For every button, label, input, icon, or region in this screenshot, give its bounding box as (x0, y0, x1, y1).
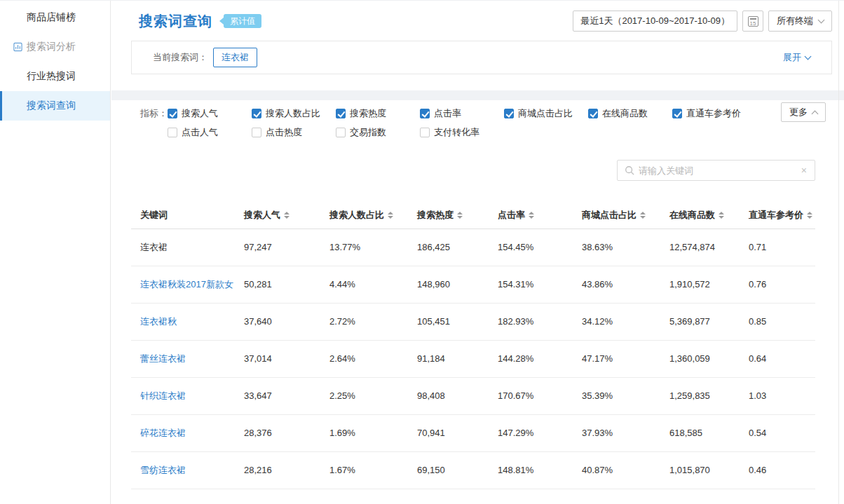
value-cell: 1.03 (740, 377, 815, 414)
table-row: 连衣裙 97,247 13.77% 186,425 154.45% 38.63%… (131, 229, 815, 266)
metric-checkbox[interactable]: 点击热度 (252, 126, 336, 139)
search-input[interactable] (634, 165, 794, 176)
metrics-bar: 指标： 搜索人气 搜索人数占比 搜索热度 点击率 商城点击占比 在线商品数 直通… (111, 100, 844, 139)
date-range-label: 最近1天（2017-10-09~2017-10-09） (580, 15, 730, 27)
calendar-day: 15 (749, 21, 758, 27)
sidebar: 商品店铺榜 搜索词分析 行业热搜词 搜索词查询 (0, 1, 111, 504)
metric-checkbox[interactable]: 在线商品数 (588, 107, 672, 120)
keyword-cell[interactable]: 连衣裙秋 (131, 303, 235, 340)
header-row: 搜索词查询 累计值 最近1天（2017-10-09~2017-10-09） 15… (111, 1, 844, 32)
column-header[interactable]: 在线商品数 (660, 202, 740, 229)
terminal-select-value: 所有终端 (777, 15, 813, 27)
column-header[interactable]: 关键词 (131, 202, 235, 229)
chevron-down-icon (818, 16, 825, 23)
app-window: 商品店铺榜 搜索词分析 行业热搜词 搜索词查询 搜索词查询 累计值 最近1天（2… (0, 0, 844, 504)
value-cell: 618,585 (660, 414, 740, 451)
value-cell: 147.29% (489, 414, 573, 451)
calendar-button[interactable]: 15 (742, 11, 763, 32)
metric-checkbox[interactable]: 支付转化率 (420, 126, 504, 139)
value-cell: 13.77% (320, 229, 408, 266)
column-header-label: 关键词 (140, 210, 168, 220)
value-cell: 148.81% (489, 451, 573, 489)
sidebar-item-product-shop-rank[interactable]: 商品店铺榜 (0, 3, 110, 32)
table-row: 蕾丝连衣裙 37,014 2.64% 91,184 144.28% 47.17%… (131, 340, 815, 377)
table-row: 碎花连衣裙 28,376 1.69% 70,941 147.29% 37.93%… (131, 414, 815, 451)
value-cell: 97,247 (235, 229, 320, 266)
sidebar-item-label: 商品店铺榜 (27, 11, 76, 24)
column-header[interactable]: 搜索人数占比 (320, 202, 408, 229)
value-cell: 12,574,874 (660, 229, 740, 266)
column-header-label: 搜索热度 (417, 210, 454, 220)
column-header-label: 直通车参考价 (749, 210, 803, 220)
value-cell: 33,647 (235, 377, 320, 414)
value-cell: 154.45% (489, 229, 573, 266)
value-cell: 98,408 (408, 377, 489, 414)
value-cell: 1,360,059 (660, 340, 740, 377)
keyword-cell[interactable]: 针织连衣裙 (131, 377, 235, 414)
sort-icon[interactable] (388, 212, 393, 219)
metric-checkbox[interactable]: 直通车参考价 (672, 107, 756, 120)
clear-search-icon[interactable]: × (794, 165, 815, 175)
value-cell: 0.85 (740, 303, 815, 340)
checkbox-icon (420, 128, 430, 137)
metric-checkbox[interactable]: 商城点击占比 (504, 107, 588, 120)
sort-icon[interactable] (719, 212, 724, 219)
keyword-cell[interactable]: 碎花连衣裙 (131, 414, 235, 451)
metric-checkbox[interactable]: 搜索人数占比 (252, 107, 336, 120)
metric-checkbox-label: 点击热度 (266, 126, 302, 139)
column-header[interactable]: 商城点击占比 (573, 202, 660, 229)
metric-checkbox[interactable]: 搜索热度 (336, 107, 420, 120)
expand-toggle[interactable]: 展开 (783, 51, 810, 64)
checkbox-icon (672, 109, 682, 118)
sort-icon[interactable] (807, 212, 812, 219)
value-cell: 2.72% (320, 303, 408, 340)
analysis-chart-icon (13, 43, 22, 52)
column-header[interactable]: 搜索人气 (235, 202, 320, 229)
date-range-picker[interactable]: 最近1天（2017-10-09~2017-10-09） (573, 11, 737, 32)
sort-icon[interactable] (457, 212, 463, 219)
header-controls: 最近1天（2017-10-09~2017-10-09） 15 所有终端 (573, 11, 832, 32)
checkbox-icon (252, 128, 261, 137)
value-cell: 2.25% (320, 377, 408, 414)
sort-icon[interactable] (529, 212, 534, 219)
sidebar-item-industry-hot-words[interactable]: 行业热搜词 (0, 62, 110, 91)
keyword-table: 关键词 搜索人气 搜索人数占比 搜索热度 点击率 商城点击占比 在线商品数 直通… (131, 202, 815, 489)
column-header[interactable]: 直通车参考价 (740, 202, 815, 229)
value-cell: 105,451 (408, 303, 489, 340)
metric-checkbox[interactable]: 点击率 (420, 107, 504, 120)
main-content: 搜索词查询 累计值 最近1天（2017-10-09~2017-10-09） 15… (111, 1, 844, 504)
table-row: 连衣裙秋装2017新款女 50,281 4.44% 148,960 154.31… (131, 266, 815, 303)
metric-checkbox[interactable]: 点击人气 (168, 126, 252, 139)
column-header-label: 搜索人气 (244, 210, 280, 220)
value-cell: 70,941 (408, 414, 489, 451)
value-cell: 5,369,877 (660, 303, 740, 340)
metric-checkbox-label: 商城点击占比 (518, 107, 573, 120)
sidebar-item-search-word-analysis[interactable]: 搜索词分析 (0, 32, 110, 62)
column-header-label: 在线商品数 (669, 210, 715, 220)
keyword-cell[interactable]: 连衣裙 (131, 229, 235, 266)
value-cell: 47.17% (573, 340, 660, 377)
keyword-cell[interactable]: 蕾丝连衣裙 (131, 340, 235, 377)
column-header[interactable]: 点击率 (489, 202, 573, 229)
value-cell: 28,216 (235, 451, 320, 489)
column-header[interactable]: 搜索热度 (408, 202, 489, 229)
keyword-cell[interactable]: 雪纺连衣裙 (131, 451, 235, 489)
value-cell: 1.69% (320, 414, 408, 451)
value-cell: 154.31% (489, 266, 573, 303)
metrics-label: 指标： (140, 107, 168, 120)
sort-icon[interactable] (284, 212, 290, 219)
cumulative-badge: 累计值 (224, 14, 261, 28)
current-keyword-chip[interactable]: 连衣裙 (213, 48, 257, 67)
metric-checkbox[interactable]: 搜索人气 (168, 107, 252, 120)
table-header-row: 关键词 搜索人气 搜索人数占比 搜索热度 点击率 商城点击占比 在线商品数 直通… (131, 202, 815, 229)
value-cell: 186,425 (408, 229, 489, 266)
terminal-select[interactable]: 所有终端 (768, 11, 832, 32)
keyword-cell[interactable]: 连衣裙秋装2017新款女 (131, 266, 235, 303)
checkbox-icon (336, 109, 346, 118)
sidebar-item-search-word-query[interactable]: 搜索词查询 (0, 91, 110, 121)
scrollbar-track[interactable] (838, 1, 839, 504)
metric-checkbox[interactable]: 交易指数 (336, 126, 420, 139)
sort-icon[interactable] (640, 212, 646, 219)
chevron-down-icon (805, 53, 812, 60)
more-button[interactable]: 更多 (781, 102, 826, 122)
